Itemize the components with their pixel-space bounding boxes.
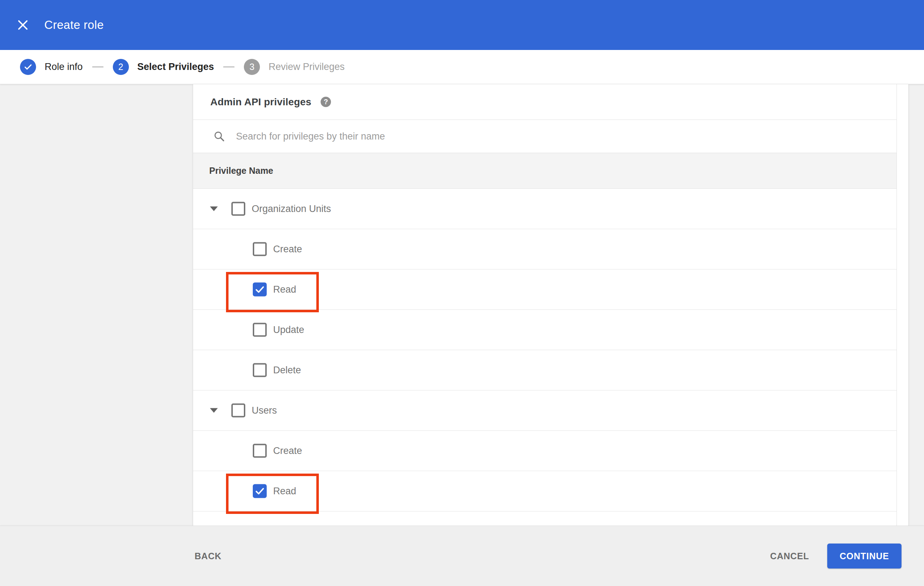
privilege-label: Create <box>273 244 302 255</box>
checkbox-users-create[interactable] <box>253 444 267 458</box>
panel-heading: Admin API privileges <box>210 96 311 108</box>
step-number-circle: 2 <box>113 59 129 75</box>
checkmark-icon <box>254 284 265 295</box>
dialog-title: Create role <box>44 18 104 32</box>
privilege-label: Read <box>273 486 296 497</box>
step-select-privileges: 2 Select Privileges <box>113 59 214 75</box>
search-row <box>193 120 896 153</box>
privilege-label: Create <box>273 445 302 456</box>
step-connector <box>92 66 104 67</box>
checkbox-ou-delete[interactable] <box>253 363 267 377</box>
checkbox-users-read[interactable] <box>253 484 267 498</box>
panel-heading-row: Admin API privileges ? <box>193 84 896 120</box>
highlight-box <box>226 474 319 514</box>
step-completed-circle <box>20 59 36 75</box>
privilege-label: Users <box>252 405 277 416</box>
privilege-label: Organization Units <box>252 203 331 214</box>
cancel-button[interactable]: CANCEL <box>770 551 809 561</box>
wizard-stepper: Role info 2 Select Privileges 3 Review P… <box>0 50 924 84</box>
checkmark-icon <box>23 62 33 72</box>
continue-button[interactable]: CONTINUE <box>827 543 901 568</box>
step-label: Role info <box>45 61 83 72</box>
step-label: Select Privileges <box>137 61 214 72</box>
step-label: Review Privileges <box>269 61 345 72</box>
privileges-panel: Admin API privileges ? Privilege Name Or… <box>193 84 909 526</box>
checkbox-ou-create[interactable] <box>253 242 267 256</box>
privilege-row-users: Users <box>193 390 896 431</box>
highlight-box <box>226 272 319 312</box>
step-role-info[interactable]: Role info <box>20 59 83 75</box>
checkmark-icon <box>254 486 265 497</box>
checkbox-ou-update[interactable] <box>253 323 267 337</box>
checkbox-organization-units[interactable] <box>231 202 245 216</box>
privilege-label: Read <box>273 284 296 295</box>
privilege-row-users-create: Create <box>193 431 896 471</box>
triangle-down-icon[interactable] <box>210 207 218 211</box>
privilege-row-ou-delete: Delete <box>193 350 896 390</box>
privilege-row-ou-read: Read <box>193 270 896 310</box>
back-button[interactable]: BACK <box>195 551 221 561</box>
step-connector <box>223 66 234 67</box>
footer-action-bar: BACK CANCEL CONTINUE <box>0 526 924 586</box>
column-header-label: Privilege Name <box>209 166 273 176</box>
privilege-row-ou-create: Create <box>193 229 896 270</box>
column-header-row: Privilege Name <box>193 153 896 189</box>
privilege-label: Delete <box>273 365 301 376</box>
step-number-circle: 3 <box>244 59 260 75</box>
close-icon[interactable] <box>16 18 30 32</box>
privilege-row-ou-update: Update <box>193 310 896 350</box>
triangle-down-icon[interactable] <box>210 408 218 413</box>
magnifier-icon <box>213 130 225 142</box>
search-input[interactable] <box>236 131 736 142</box>
step-review-privileges: 3 Review Privileges <box>244 59 345 75</box>
privileges-table: Admin API privileges ? Privilege Name Or… <box>193 84 897 526</box>
help-icon[interactable]: ? <box>321 97 331 107</box>
checkbox-ou-read[interactable] <box>253 283 267 296</box>
checkbox-users[interactable] <box>231 403 245 418</box>
app-bar: Create role <box>0 0 924 50</box>
privilege-row-users-read: Read <box>193 471 896 512</box>
privilege-label: Update <box>273 324 304 336</box>
privilege-row-organization-units: Organization Units <box>193 189 896 229</box>
